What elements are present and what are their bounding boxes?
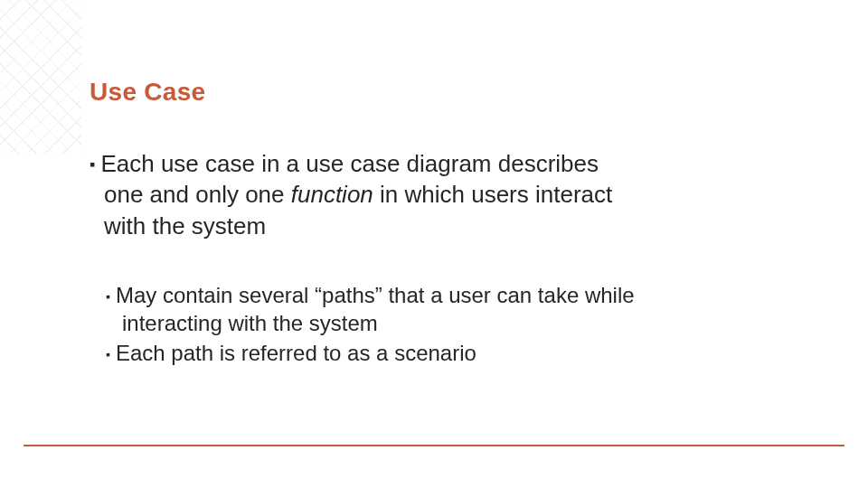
- slide: Use Case ▪Each use case in a use case di…: [0, 0, 868, 488]
- l2a-line2: interacting with the system: [106, 309, 801, 337]
- bullet-level-1: ▪Each use case in a use case diagram des…: [90, 148, 801, 241]
- l1-line1: Each use case in a use case diagram desc…: [100, 150, 599, 177]
- l1-line2: one and only one function in which users…: [90, 179, 801, 210]
- slide-title: Use Case: [90, 78, 205, 107]
- bullet-icon: ▪: [106, 347, 110, 361]
- bullet-icon: ▪: [90, 155, 95, 174]
- bullet-icon: ▪: [106, 289, 110, 304]
- bottom-divider: [24, 445, 844, 446]
- bullet-level-2: ▪May contain several “paths” that a user…: [106, 281, 801, 337]
- l2b-line1: Each path is referred to as a scenario: [116, 341, 476, 365]
- l2a-line1: May contain several “paths” that a user …: [116, 283, 635, 307]
- l1-line3: with the system: [90, 211, 801, 241]
- bullet-level-2-group: ▪May contain several “paths” that a user…: [90, 281, 801, 368]
- bullet-level-2: ▪Each path is referred to as a scenario: [106, 339, 801, 367]
- slide-body: ▪Each use case in a use case diagram des…: [90, 148, 801, 370]
